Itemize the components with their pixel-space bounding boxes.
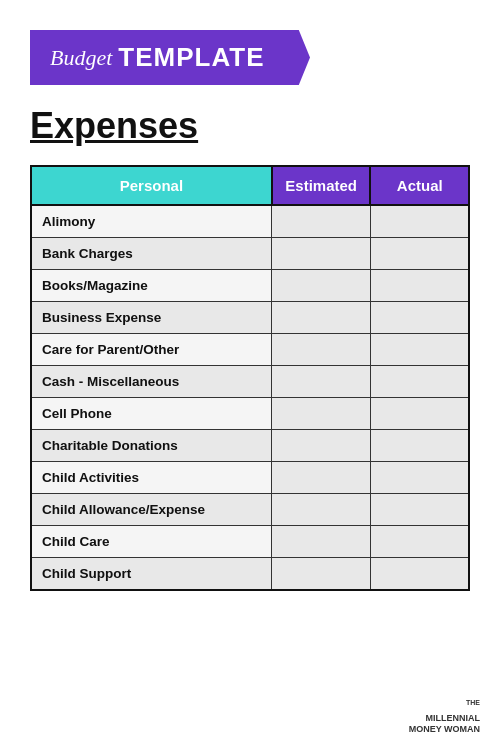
- col-actual: Actual: [370, 166, 469, 205]
- row-actual[interactable]: [370, 558, 469, 591]
- branding: THE MILLENNIAL MONEY WOMAN: [409, 698, 480, 736]
- row-actual[interactable]: [370, 334, 469, 366]
- table-row: Child Activities: [31, 462, 469, 494]
- col-personal: Personal: [31, 166, 272, 205]
- row-actual[interactable]: [370, 398, 469, 430]
- header-banner: Budget Template: [30, 30, 310, 85]
- row-estimated[interactable]: [272, 558, 371, 591]
- row-actual[interactable]: [370, 366, 469, 398]
- row-label: Cell Phone: [31, 398, 272, 430]
- row-actual[interactable]: [370, 462, 469, 494]
- branding-line1: MILLENNIAL: [426, 713, 481, 723]
- row-actual[interactable]: [370, 302, 469, 334]
- row-actual[interactable]: [370, 494, 469, 526]
- row-actual[interactable]: [370, 430, 469, 462]
- row-label: Child Care: [31, 526, 272, 558]
- table-row: Alimony: [31, 205, 469, 238]
- row-estimated[interactable]: [272, 238, 371, 270]
- branding-line2: MONEY WOMAN: [409, 724, 480, 734]
- table-row: Cash - Miscellaneous: [31, 366, 469, 398]
- row-estimated[interactable]: [272, 398, 371, 430]
- row-estimated[interactable]: [272, 302, 371, 334]
- table-row: Child Support: [31, 558, 469, 591]
- row-label: Child Support: [31, 558, 272, 591]
- table-row: Child Care: [31, 526, 469, 558]
- table-row: Care for Parent/Other: [31, 334, 469, 366]
- row-label: Alimony: [31, 205, 272, 238]
- row-label: Bank Charges: [31, 238, 272, 270]
- page-title: Expenses: [30, 105, 470, 147]
- table-row: Books/Magazine: [31, 270, 469, 302]
- row-label: Business Expense: [31, 302, 272, 334]
- table-row: Business Expense: [31, 302, 469, 334]
- row-label: Child Allowance/Expense: [31, 494, 272, 526]
- row-estimated[interactable]: [272, 205, 371, 238]
- table-row: Bank Charges: [31, 238, 469, 270]
- row-actual[interactable]: [370, 238, 469, 270]
- table-row: Child Allowance/Expense: [31, 494, 469, 526]
- row-actual[interactable]: [370, 526, 469, 558]
- row-estimated[interactable]: [272, 526, 371, 558]
- row-estimated[interactable]: [272, 462, 371, 494]
- page-container: Budget Template Expenses Personal Estima…: [0, 0, 500, 750]
- row-label: Charitable Donations: [31, 430, 272, 462]
- row-estimated[interactable]: [272, 270, 371, 302]
- template-label: Template: [118, 42, 264, 73]
- row-label: Child Activities: [31, 462, 272, 494]
- row-estimated[interactable]: [272, 366, 371, 398]
- row-actual[interactable]: [370, 205, 469, 238]
- branding-prefix: THE: [466, 699, 480, 706]
- row-label: Care for Parent/Other: [31, 334, 272, 366]
- budget-table: Personal Estimated Actual AlimonyBank Ch…: [30, 165, 470, 591]
- row-estimated[interactable]: [272, 430, 371, 462]
- row-label: Cash - Miscellaneous: [31, 366, 272, 398]
- row-label: Books/Magazine: [31, 270, 272, 302]
- table-row: Charitable Donations: [31, 430, 469, 462]
- table-row: Cell Phone: [31, 398, 469, 430]
- col-estimated: Estimated: [272, 166, 371, 205]
- budget-label: Budget: [50, 45, 112, 71]
- row-estimated[interactable]: [272, 494, 371, 526]
- row-estimated[interactable]: [272, 334, 371, 366]
- row-actual[interactable]: [370, 270, 469, 302]
